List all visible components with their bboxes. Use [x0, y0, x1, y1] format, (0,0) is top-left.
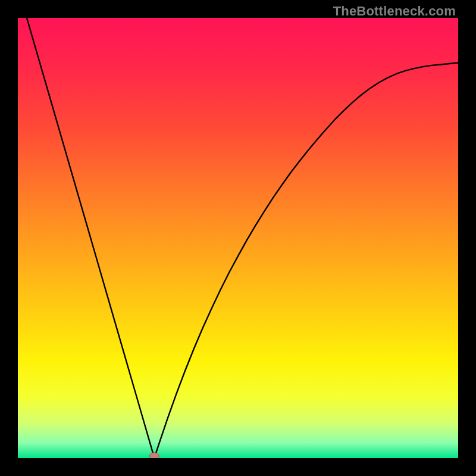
chart-svg [18, 18, 458, 458]
chart-frame: TheBottleneck.com [0, 0, 476, 476]
optimum-marker [149, 453, 159, 458]
plot-area [18, 18, 458, 458]
gradient-background [18, 18, 458, 458]
watermark-text: TheBottleneck.com [333, 4, 456, 19]
